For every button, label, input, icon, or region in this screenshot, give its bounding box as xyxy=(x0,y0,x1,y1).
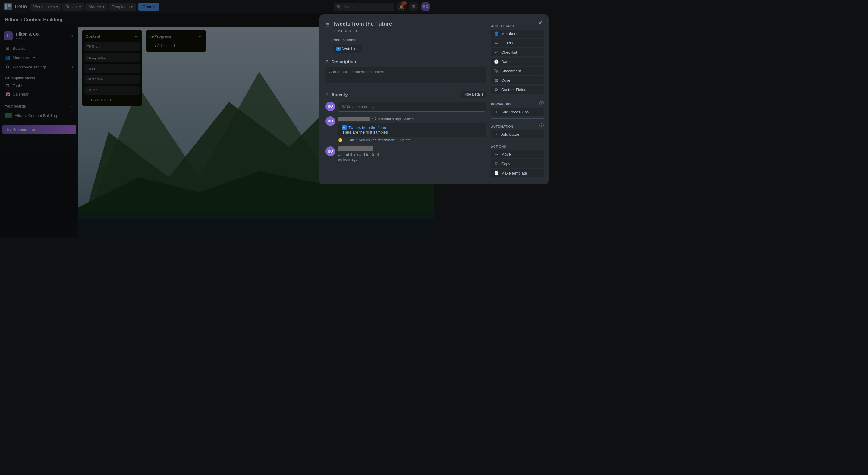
comment-input[interactable] xyxy=(338,102,434,112)
add-link-btn[interactable]: Add link as attachment xyxy=(359,138,395,142)
watching-btn[interactable]: ✓ Watching xyxy=(333,44,362,53)
comment-card-link[interactable]: ⊟ Tweets from the future xyxy=(342,125,434,130)
description-header: ≡ Description xyxy=(326,59,434,64)
description-textarea[interactable] xyxy=(326,67,434,84)
activity-time: 3 minutes ago xyxy=(378,117,401,121)
notifications-section: Notifications ✓ Watching xyxy=(326,38,434,53)
activity-user-avatar: RO xyxy=(326,147,335,156)
activity-header: ≡ Activity Hide Details xyxy=(326,91,434,98)
activity-icon: ≡ xyxy=(326,92,328,97)
comment-input-row: RO xyxy=(326,102,434,112)
modal-main-content: ⊟ Tweets from the Future in list Draft 👁… xyxy=(326,21,434,179)
modal-title-area: ⊟ Tweets from the Future xyxy=(326,21,434,27)
activity-user-info: blurred xyxy=(338,147,434,151)
edit-comment-btn[interactable]: Edit xyxy=(347,138,354,142)
activity-title-group: ≡ Activity xyxy=(326,92,348,97)
description-title: Description xyxy=(331,59,356,64)
modal-overlay[interactable]: ✕ ⊟ Tweets from the Future in list Draft… xyxy=(0,0,434,238)
activity-item-content: blurred ⓘ 3 minutes ago (edited) ⊟ Tweet… xyxy=(338,116,434,142)
react-icon: 🙂 xyxy=(338,138,343,142)
activity-user-info: blurred ⓘ 3 minutes ago (edited) xyxy=(338,116,434,122)
watching-label: Watching xyxy=(342,46,359,51)
list-link[interactable]: Draft xyxy=(343,29,352,33)
activity-item: RO blurred ⓘ 3 minutes ago (edited) ⊟ Tw… xyxy=(326,116,434,142)
user-avatar-activity: RO xyxy=(326,102,335,111)
activity-user-avatar: RO xyxy=(326,116,335,126)
card-modal: ✕ ⊟ Tweets from the Future in list Draft… xyxy=(319,14,434,185)
card-link-icon: ⊟ xyxy=(342,125,347,130)
activity-description: added this card to Draft xyxy=(338,152,434,157)
activity-info-icon: ⓘ xyxy=(372,116,376,122)
activity-item: RO blurred added this card to Draft an h… xyxy=(326,147,434,162)
modal-subtitle: in list Draft 👁 xyxy=(333,29,434,33)
blurred-username: blurred xyxy=(338,147,373,151)
description-icon: ≡ xyxy=(326,59,328,64)
activity-item-content: blurred added this card to Draft an hour… xyxy=(338,147,434,162)
description-section: ≡ Description xyxy=(326,59,434,85)
check-icon: ✓ xyxy=(336,47,341,51)
activity-title: Activity xyxy=(331,92,347,97)
activity-item-actions: 🙂 • Edit • Add link as attachment • Dele… xyxy=(338,138,434,142)
card-icon: ⊟ xyxy=(326,22,330,27)
notifications-label: Notifications xyxy=(333,38,434,42)
modal-card-title: Tweets from the Future xyxy=(333,21,392,27)
watch-icon: 👁 xyxy=(355,29,359,33)
activity-comment-box: ⊟ Tweets from the future Here are the fi… xyxy=(338,123,434,137)
blurred-username: blurred xyxy=(338,117,370,121)
comment-suffix-text: Here are the first samples xyxy=(343,130,388,134)
delete-comment-btn[interactable]: Delete xyxy=(400,138,411,142)
activity-section: ≡ Activity Hide Details RO RO blurred xyxy=(326,91,434,162)
activity-sub-time: an hour ago xyxy=(338,157,434,162)
edited-badge: (edited) xyxy=(403,117,414,121)
